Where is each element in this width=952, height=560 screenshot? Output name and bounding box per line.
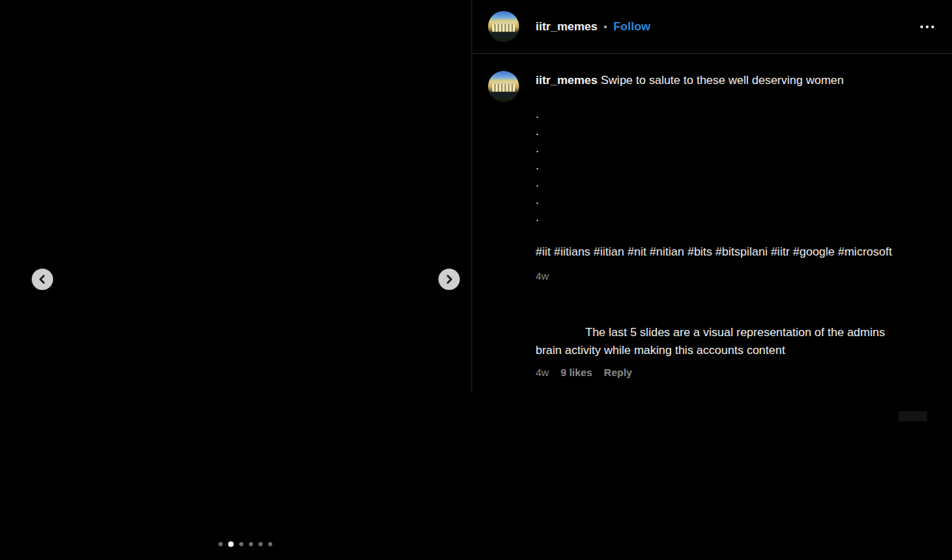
caption-block: iitr_memes Swipe to salute to these well… <box>536 72 908 282</box>
dot-icon <box>926 25 929 28</box>
dot-icon <box>920 25 923 28</box>
carousel-dot-indicators <box>219 541 272 547</box>
comment-timestamp: 4w <box>536 366 549 378</box>
comment-likes-button[interactable]: 9 likes <box>560 366 592 378</box>
username-link[interactable]: iitr_memes <box>536 20 598 34</box>
carousel-dot-active[interactable] <box>228 541 234 547</box>
post-detail-panel: iitr_memes • Follow iitr_memes Swipe to … <box>472 0 952 393</box>
comment-reply-button[interactable]: Reply <box>604 366 632 378</box>
avatar-banner <box>489 32 518 37</box>
caption-body: Swipe to salute to these well deserving … <box>598 74 844 87</box>
carousel-dot[interactable] <box>268 542 272 546</box>
post-header: iitr_memes • Follow <box>472 0 952 54</box>
avatar[interactable] <box>488 11 519 42</box>
carousel-prev-button[interactable] <box>32 269 53 290</box>
dot-line: . <box>536 159 908 176</box>
post-timestamp: 4w <box>536 270 908 282</box>
comment-meta-row: 4w 9 likes Reply <box>536 366 908 378</box>
dot-line: . <box>536 125 908 142</box>
carousel-dot[interactable] <box>249 542 253 546</box>
dot-icon <box>931 25 934 28</box>
avatar-building-image <box>492 22 515 32</box>
follow-button[interactable]: Follow <box>614 20 651 34</box>
chevron-left-icon <box>38 275 47 284</box>
avatar[interactable] <box>488 71 519 102</box>
avatar-building-image <box>492 82 515 92</box>
dot-line: . <box>536 194 908 211</box>
faint-artifact <box>898 411 927 422</box>
chevron-right-icon <box>445 275 454 284</box>
dot-line: . <box>536 142 908 159</box>
dot-line: . <box>536 176 908 194</box>
carousel-dot[interactable] <box>259 542 263 546</box>
carousel-dot[interactable] <box>219 542 223 546</box>
caption-username-link[interactable]: iitr_memes <box>536 74 598 87</box>
separator-dot: • <box>604 21 607 32</box>
comment-text: The last 5 slides are a visual represent… <box>536 324 901 360</box>
carousel-dot[interactable] <box>239 542 243 546</box>
comment: The last 5 slides are a visual represent… <box>536 324 908 378</box>
caption-text: iitr_memes Swipe to salute to these well… <box>536 72 908 90</box>
media-carousel <box>0 0 472 560</box>
dot-line: . <box>536 211 908 228</box>
dot-line: . <box>536 107 908 125</box>
carousel-next-button[interactable] <box>438 269 460 290</box>
more-options-button[interactable] <box>918 23 937 31</box>
avatar-banner <box>489 92 518 97</box>
instagram-post-view: iitr_memes • Follow iitr_memes Swipe to … <box>0 0 952 560</box>
caption-hashtags[interactable]: #iit #iitians #iitian #nit #nitian #bits… <box>536 243 901 261</box>
caption-dot-lines: . . . . . . . <box>536 107 908 228</box>
